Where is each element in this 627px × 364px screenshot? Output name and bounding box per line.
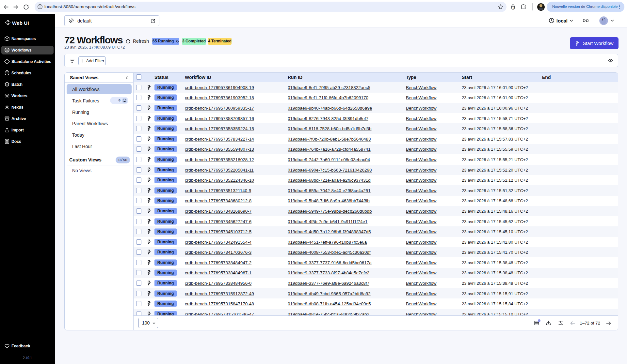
svg-text:c: c — [513, 7, 515, 9]
